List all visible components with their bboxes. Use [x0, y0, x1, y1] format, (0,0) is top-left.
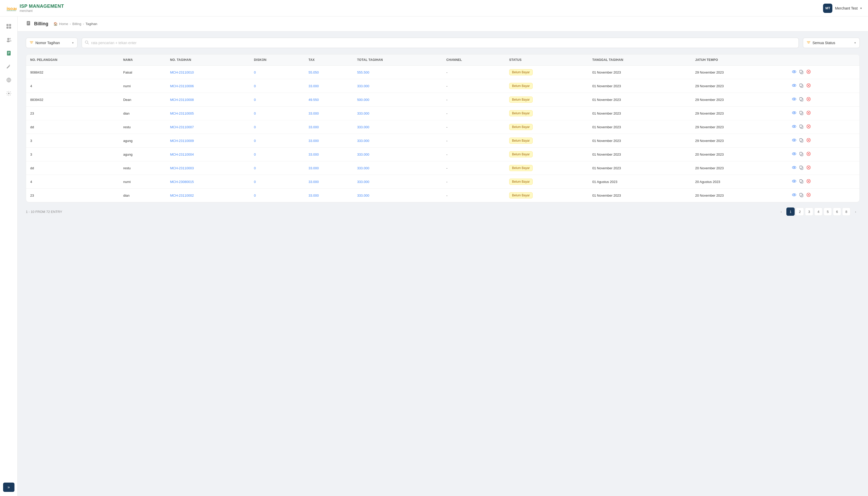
cancel-button[interactable]: [806, 97, 811, 103]
td-tax[interactable]: 33.000: [304, 161, 353, 175]
view-button[interactable]: [792, 192, 796, 198]
view-button[interactable]: [792, 83, 796, 89]
td-tax[interactable]: 33.000: [304, 134, 353, 148]
td-diskon[interactable]: 0: [250, 93, 304, 107]
cancel-button[interactable]: [806, 152, 811, 157]
td-diskon[interactable]: 0: [250, 107, 304, 120]
pagination-page-2[interactable]: 2: [796, 207, 804, 216]
col-diskon: DISKON: [250, 55, 304, 65]
td-no-tagihan[interactable]: MCH-23110010: [166, 65, 250, 79]
td-diskon[interactable]: 0: [250, 134, 304, 148]
td-no-tagihan[interactable]: MCH-23110008: [166, 93, 250, 107]
view-button[interactable]: [792, 152, 796, 157]
copy-button[interactable]: [799, 138, 804, 143]
td-total-tagihan[interactable]: 333.000: [353, 134, 442, 148]
cancel-button[interactable]: [806, 165, 811, 171]
copy-button[interactable]: [799, 152, 804, 157]
td-diskon[interactable]: 0: [250, 65, 304, 79]
td-diskon[interactable]: 0: [250, 175, 304, 189]
td-actions: [788, 93, 859, 107]
td-actions: [788, 65, 859, 79]
td-jatuh-tempo: 20 November 2023: [691, 189, 788, 202]
td-no-tagihan[interactable]: MCH-23110006: [166, 79, 250, 93]
view-button[interactable]: [792, 124, 796, 130]
pagination-page-8[interactable]: 8: [842, 207, 850, 216]
semua-status-filter[interactable]: Semua Status ▾: [803, 38, 860, 48]
cancel-button[interactable]: [806, 192, 811, 198]
cancel-button[interactable]: [806, 69, 811, 75]
view-button[interactable]: [792, 97, 796, 103]
copy-button[interactable]: [799, 192, 804, 198]
td-total-tagihan[interactable]: 333.000: [353, 148, 442, 161]
sidebar-item-network[interactable]: [3, 74, 14, 86]
copy-button[interactable]: [799, 69, 804, 75]
sidebar-item-tools[interactable]: [3, 61, 14, 72]
sidebar-item-billing[interactable]: [3, 47, 14, 59]
view-button[interactable]: [792, 165, 796, 171]
td-actions: [788, 134, 859, 148]
copy-button[interactable]: [799, 83, 804, 89]
td-no-tagihan[interactable]: MCH-23110009: [166, 134, 250, 148]
td-tax[interactable]: 33.000: [304, 148, 353, 161]
sidebar-toggle-button[interactable]: »: [3, 483, 14, 492]
cancel-button[interactable]: [806, 124, 811, 130]
td-jatuh-tempo: 29 November 2023: [691, 107, 788, 120]
td-no-tagihan[interactable]: MCH-23110002: [166, 189, 250, 202]
pagination-next[interactable]: ›: [852, 207, 860, 216]
cancel-button[interactable]: [806, 179, 811, 185]
td-diskon[interactable]: 0: [250, 120, 304, 134]
pagination-page-1[interactable]: 1: [787, 207, 795, 216]
td-diskon[interactable]: 0: [250, 161, 304, 175]
view-button[interactable]: [792, 110, 796, 116]
td-tax[interactable]: 33.000: [304, 120, 353, 134]
td-tax[interactable]: 55.050: [304, 65, 353, 79]
cancel-button[interactable]: [806, 110, 811, 116]
td-tax[interactable]: 33.000: [304, 189, 353, 202]
breadcrumb-home[interactable]: Home: [59, 22, 68, 26]
nomor-tagihan-filter[interactable]: Nomor Tagihan ▾: [26, 38, 77, 48]
copy-button[interactable]: [799, 110, 804, 116]
td-total-tagihan[interactable]: 333.000: [353, 161, 442, 175]
cancel-button[interactable]: [806, 83, 811, 89]
sidebar-item-settings[interactable]: [3, 88, 14, 99]
td-total-tagihan[interactable]: 555.500: [353, 65, 442, 79]
td-total-tagihan[interactable]: 333.000: [353, 189, 442, 202]
td-total-tagihan[interactable]: 333.000: [353, 79, 442, 93]
td-no-tagihan[interactable]: MCH-23110007: [166, 120, 250, 134]
copy-button[interactable]: [799, 124, 804, 130]
pagination-page-5[interactable]: 5: [824, 207, 832, 216]
pagination-prev[interactable]: ‹: [777, 207, 785, 216]
search-input[interactable]: [81, 38, 799, 48]
pagination-page-6[interactable]: 6: [833, 207, 841, 216]
view-button[interactable]: [792, 138, 796, 143]
cancel-button[interactable]: [806, 138, 811, 143]
breadcrumb-billing[interactable]: Billing: [72, 22, 81, 26]
copy-button[interactable]: [799, 97, 804, 103]
svg-point-35: [794, 85, 795, 86]
td-total-tagihan[interactable]: 333.000: [353, 175, 442, 189]
td-diskon[interactable]: 0: [250, 148, 304, 161]
copy-button[interactable]: [799, 165, 804, 171]
td-total-tagihan[interactable]: 333.000: [353, 120, 442, 134]
td-no-tagihan[interactable]: MCH-23110005: [166, 107, 250, 120]
td-total-tagihan[interactable]: 333.000: [353, 107, 442, 120]
pagination-page-3[interactable]: 3: [805, 207, 813, 216]
td-no-tagihan[interactable]: MCH-23110003: [166, 161, 250, 175]
td-no-tagihan[interactable]: MCH-23080015: [166, 175, 250, 189]
td-tax[interactable]: 49.550: [304, 93, 353, 107]
td-tax[interactable]: 33.000: [304, 107, 353, 120]
td-no-tagihan[interactable]: MCH-23110004: [166, 148, 250, 161]
sidebar-item-users[interactable]: [3, 34, 14, 45]
td-tax[interactable]: 33.000: [304, 79, 353, 93]
sidebar-item-dashboard[interactable]: [3, 21, 14, 32]
td-total-tagihan[interactable]: 500.000: [353, 93, 442, 107]
copy-button[interactable]: [799, 179, 804, 185]
user-menu[interactable]: MT Merchant Test ▾: [823, 4, 862, 13]
td-diskon[interactable]: 0: [250, 189, 304, 202]
pagination-page-4[interactable]: 4: [814, 207, 823, 216]
view-button[interactable]: [792, 179, 796, 185]
td-diskon[interactable]: 0: [250, 79, 304, 93]
table-row: dd restu MCH-23110003 0 33.000 333.000 -…: [26, 161, 859, 175]
td-tax[interactable]: 33.000: [304, 175, 353, 189]
view-button[interactable]: [792, 69, 796, 75]
